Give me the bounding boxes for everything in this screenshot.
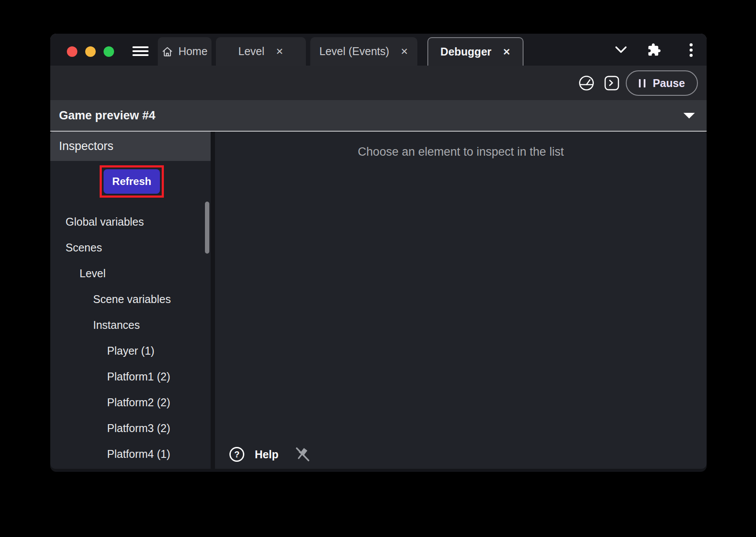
tree-item-platform4[interactable]: Platform4 (1) bbox=[50, 441, 211, 467]
tree-item-level[interactable]: Level bbox=[50, 261, 211, 286]
tree-item-platform1[interactable]: Platform1 (2) bbox=[50, 364, 211, 390]
tab-label: Level bbox=[238, 45, 264, 58]
tree-item-platform2[interactable]: Platform2 (2) bbox=[50, 390, 211, 415]
tree-item-instances[interactable]: Instances bbox=[50, 312, 211, 338]
game-preview-title: Game preview #4 bbox=[59, 100, 156, 131]
console-icon[interactable] bbox=[603, 75, 620, 91]
debugger-window: Home Level ✕ Level (Events) ✕ Debugger ✕ bbox=[50, 34, 707, 472]
tree-item-scene-variables[interactable]: Scene variables bbox=[50, 286, 211, 312]
tab-debugger[interactable]: Debugger ✕ bbox=[427, 37, 524, 66]
chevron-down-icon[interactable] bbox=[614, 45, 628, 55]
hamburger-menu-icon[interactable] bbox=[132, 46, 149, 56]
close-window-button[interactable] bbox=[67, 46, 77, 57]
debugger-toolbar: Pause bbox=[50, 66, 707, 100]
extensions-puzzle-icon[interactable] bbox=[647, 43, 661, 57]
profiler-gauge-icon[interactable] bbox=[578, 74, 595, 92]
tab-home[interactable]: Home bbox=[158, 37, 212, 66]
tree-item-scenes[interactable]: Scenes bbox=[50, 235, 211, 261]
question-help-icon[interactable]: ? bbox=[229, 447, 244, 462]
traffic-lights bbox=[67, 46, 114, 57]
zoom-window-button[interactable] bbox=[104, 46, 114, 57]
close-tab-icon[interactable]: ✕ bbox=[276, 47, 284, 56]
tab-label: Level (Events) bbox=[319, 45, 389, 58]
close-tab-icon[interactable]: ✕ bbox=[401, 47, 409, 56]
tab-label: Debugger bbox=[440, 45, 492, 58]
game-preview-selector[interactable]: Game preview #4 bbox=[50, 100, 707, 131]
dropdown-caret-icon[interactable] bbox=[683, 113, 695, 119]
content-area: Inspectors Refresh Global variables Scen… bbox=[50, 132, 707, 469]
help-label[interactable]: Help bbox=[255, 448, 278, 461]
pause-button-label: Pause bbox=[653, 77, 685, 90]
tab-strip: Home Level ✕ Level (Events) ✕ Debugger ✕ bbox=[158, 37, 524, 66]
sidebar-scrollbar-thumb[interactable] bbox=[205, 202, 209, 254]
pause-icon bbox=[639, 79, 645, 87]
home-icon bbox=[162, 46, 173, 57]
minimize-window-button[interactable] bbox=[85, 46, 96, 57]
tab-label: Home bbox=[178, 45, 208, 58]
empty-state-message: Choose an element to inspect in the list bbox=[215, 145, 707, 159]
pause-button[interactable]: Pause bbox=[626, 70, 698, 96]
inspectors-sidebar: Inspectors Refresh Global variables Scen… bbox=[50, 132, 211, 469]
tab-level-events[interactable]: Level (Events) ✕ bbox=[310, 37, 417, 66]
tab-bar: Home Level ✕ Level (Events) ✕ Debugger ✕ bbox=[50, 34, 707, 66]
pin-off-icon[interactable] bbox=[293, 445, 312, 464]
kebab-menu-icon[interactable] bbox=[689, 43, 693, 57]
inspector-tree: Global variables Scenes Level Scene vari… bbox=[50, 209, 211, 467]
inspector-detail-panel: Choose an element to inspect in the list… bbox=[215, 132, 707, 469]
tree-item-player[interactable]: Player (1) bbox=[50, 338, 211, 364]
tree-item-platform3[interactable]: Platform3 (2) bbox=[50, 415, 211, 441]
inspectors-header: Inspectors bbox=[50, 132, 211, 161]
tree-item-global-variables[interactable]: Global variables bbox=[50, 209, 211, 235]
bottom-help-row: ? Help bbox=[229, 445, 312, 464]
tab-level[interactable]: Level ✕ bbox=[216, 37, 306, 66]
close-tab-icon[interactable]: ✕ bbox=[503, 47, 511, 56]
refresh-button-highlight: Refresh bbox=[100, 165, 164, 198]
refresh-button[interactable]: Refresh bbox=[104, 169, 160, 194]
